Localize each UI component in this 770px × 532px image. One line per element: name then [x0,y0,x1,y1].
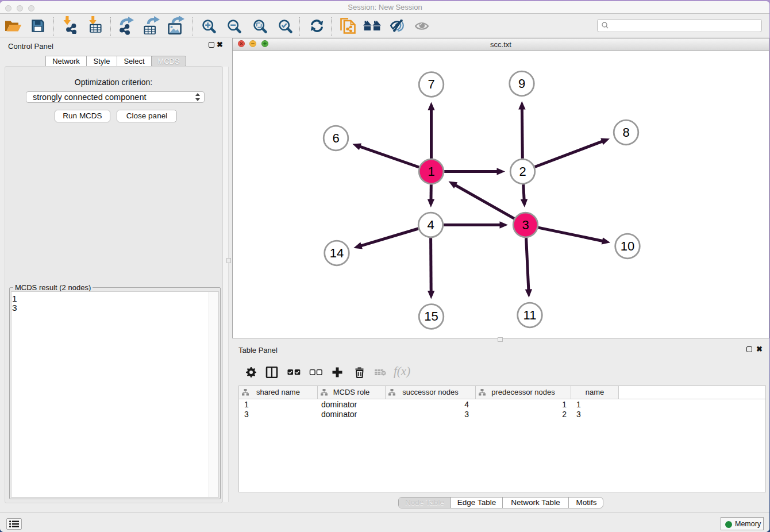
svg-text:6: 6 [332,130,339,145]
svg-text:4: 4 [427,217,434,232]
svg-text:15: 15 [424,309,438,323]
svg-text:1: 1 [428,164,434,178]
svg-text:3: 3 [522,217,529,232]
svg-text:7: 7 [428,77,434,91]
svg-text:10: 10 [621,238,634,253]
svg-text:9: 9 [518,76,525,90]
svg-text:11: 11 [523,307,537,322]
svg-text:14: 14 [330,245,344,260]
svg-text:2: 2 [519,164,526,178]
svg-text:8: 8 [622,125,629,139]
